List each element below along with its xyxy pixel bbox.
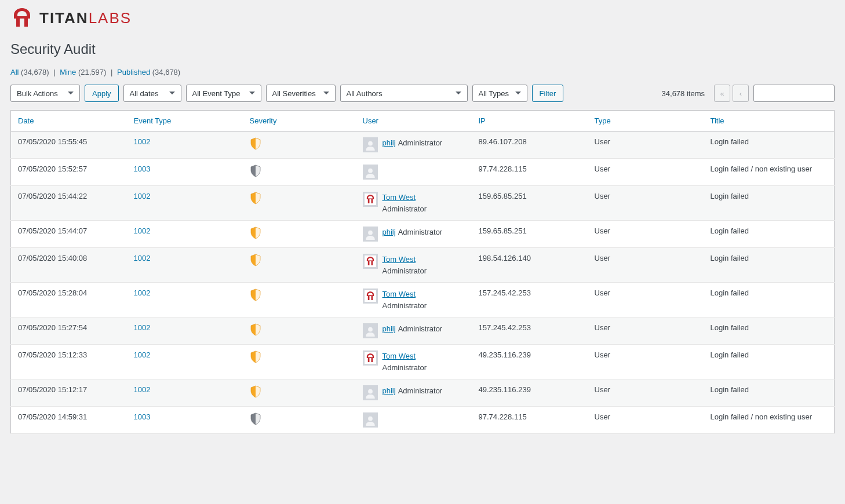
user-avatar-icon <box>363 385 378 400</box>
cell-type: User <box>588 283 704 317</box>
cell-user: Tom WestAdministrator <box>356 345 472 379</box>
event-type-select[interactable]: All Event Type <box>186 85 261 102</box>
col-header-user[interactable]: User <box>356 111 472 132</box>
table-row: 07/05/2020 15:44:071002philjAdministrato… <box>11 221 835 248</box>
col-header-ip[interactable]: IP <box>472 111 588 132</box>
event-link[interactable]: 1002 <box>134 323 151 332</box>
user-link[interactable]: Tom West <box>383 193 416 202</box>
col-header-event-type[interactable]: Event Type <box>127 111 243 132</box>
severity-shield-icon <box>250 412 261 425</box>
brand-wordmark: TITANLABS <box>39 9 132 27</box>
event-link[interactable]: 1002 <box>134 137 151 146</box>
pager-prev-button[interactable]: ‹ <box>733 85 749 102</box>
table-row: 07/05/2020 15:27:541002philjAdministrato… <box>11 317 835 345</box>
cell-user: Tom WestAdministrator <box>356 283 472 317</box>
severity-shield-icon <box>250 288 261 301</box>
user-link[interactable]: philj <box>383 228 396 236</box>
event-link[interactable]: 1002 <box>134 227 151 235</box>
user-avatar-icon <box>363 227 378 242</box>
user-role: Administrator <box>398 228 443 236</box>
table-row: 07/05/2020 15:28:041002Tom WestAdministr… <box>11 283 835 317</box>
brand-name-1: TITAN <box>39 9 89 27</box>
user-link[interactable]: philj <box>383 386 396 395</box>
cell-title: Login failed <box>704 345 835 379</box>
apply-button[interactable]: Apply <box>85 85 119 102</box>
cell-user: philjAdministrator <box>356 221 472 248</box>
pager-first-button[interactable]: « <box>714 85 730 102</box>
event-link[interactable]: 1003 <box>134 165 151 173</box>
user-link[interactable]: philj <box>383 324 396 333</box>
table-row: 07/05/2020 15:44:221002Tom WestAdministr… <box>11 186 835 221</box>
brand-header: TITANLABS <box>10 6 835 31</box>
authors-select[interactable]: All Authors <box>340 85 468 102</box>
severity-shield-icon <box>250 137 261 150</box>
user-link[interactable]: philj <box>383 138 396 147</box>
cell-date: 07/05/2020 15:52:57 <box>11 159 127 186</box>
user-link[interactable]: Tom West <box>383 255 416 264</box>
cell-user <box>356 407 472 434</box>
types-select[interactable]: All Types <box>472 85 527 102</box>
user-link[interactable]: Tom West <box>383 352 416 360</box>
user-link[interactable]: Tom West <box>383 290 416 298</box>
event-link[interactable]: 1002 <box>134 192 151 200</box>
cell-type: User <box>588 221 704 248</box>
cell-ip: 159.65.85.251 <box>472 221 588 248</box>
cell-ip: 157.245.42.253 <box>472 283 588 317</box>
search-input[interactable] <box>753 85 835 102</box>
user-avatar-icon <box>363 137 378 152</box>
cell-date: 07/05/2020 15:12:17 <box>11 379 127 407</box>
cell-event: 1003 <box>127 159 243 186</box>
items-count: 34,678 items <box>662 89 705 98</box>
cell-severity <box>243 186 356 221</box>
bulk-actions-select[interactable]: Bulk Actions <box>10 85 80 102</box>
cell-ip: 49.235.116.239 <box>472 379 588 407</box>
severities-select[interactable]: All Severities <box>266 85 336 102</box>
status-link-published[interactable]: Published <box>117 68 150 76</box>
status-count-all: (34,678) <box>21 68 49 76</box>
cell-date: 07/05/2020 14:59:31 <box>11 407 127 434</box>
cell-event: 1002 <box>127 345 243 379</box>
col-header-date[interactable]: Date <box>11 111 127 132</box>
cell-ip: 97.74.228.115 <box>472 407 588 434</box>
cell-type: User <box>588 317 704 345</box>
user-role: Administrator <box>398 386 443 395</box>
user-avatar-icon <box>363 323 378 338</box>
status-link-mine[interactable]: Mine <box>60 68 76 76</box>
user-role: Administrator <box>383 203 427 215</box>
cell-severity <box>243 379 356 407</box>
brand-name-2: LABS <box>89 9 132 27</box>
status-count-published: (34,678) <box>152 68 180 76</box>
cell-title: Login failed / non existing user <box>704 159 835 186</box>
cell-date: 07/05/2020 15:55:45 <box>11 132 127 159</box>
event-link[interactable]: 1002 <box>134 385 151 394</box>
event-link[interactable]: 1002 <box>134 288 151 297</box>
status-link-all[interactable]: All <box>10 68 19 76</box>
user-role: Administrator <box>398 138 443 147</box>
filter-button[interactable]: Filter <box>532 85 564 102</box>
cell-title: Login failed / non existing user <box>704 407 835 434</box>
brand-logo-icon <box>10 6 34 31</box>
cell-severity <box>243 345 356 379</box>
table-row: 07/05/2020 14:59:31100397.74.228.115User… <box>11 407 835 434</box>
cell-title: Login failed <box>704 379 835 407</box>
page-title: Security Audit <box>10 41 835 57</box>
cell-user: philjAdministrator <box>356 379 472 407</box>
col-header-title[interactable]: Title <box>704 111 835 132</box>
user-role: Administrator <box>398 324 443 333</box>
cell-title: Login failed <box>704 248 835 283</box>
event-link[interactable]: 1002 <box>134 254 151 262</box>
user-role: Administrator <box>383 265 427 277</box>
user-avatar-icon <box>363 192 378 207</box>
cell-type: User <box>588 248 704 283</box>
dates-select[interactable]: All dates <box>123 85 181 102</box>
col-header-type[interactable]: Type <box>588 111 704 132</box>
severity-shield-icon <box>250 192 261 204</box>
cell-ip: 97.74.228.115 <box>472 159 588 186</box>
event-link[interactable]: 1002 <box>134 350 151 359</box>
cell-type: User <box>588 132 704 159</box>
status-filter-links: All (34,678) | Mine (21,597) | Published… <box>10 68 835 76</box>
user-avatar-icon <box>363 254 378 269</box>
cell-user: philjAdministrator <box>356 132 472 159</box>
event-link[interactable]: 1003 <box>134 412 151 421</box>
col-header-severity[interactable]: Severity <box>243 111 356 132</box>
